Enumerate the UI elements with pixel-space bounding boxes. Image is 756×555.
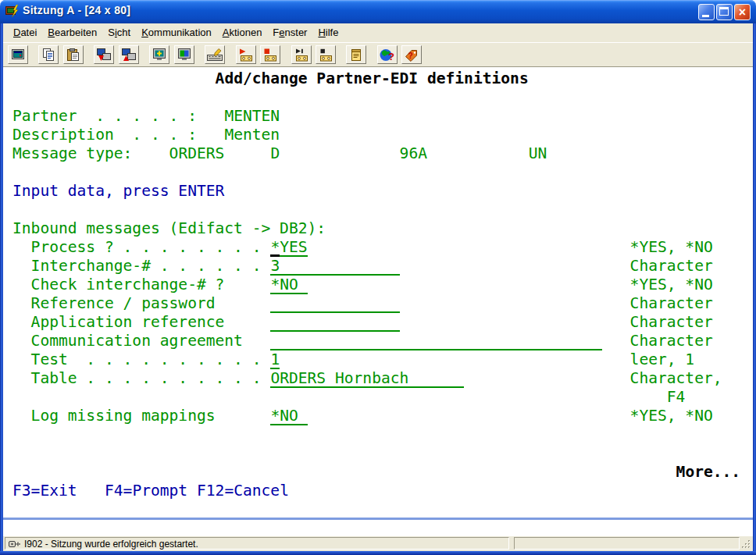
screen-text: Test . . . . . . . . . . — [31, 350, 262, 369]
copy-icon — [41, 48, 56, 62]
oia-area — [3, 520, 753, 536]
screen-text: D — [270, 144, 280, 163]
screen-text: Interchange-# . . . . . . — [31, 257, 262, 276]
menu-aktionen[interactable]: Aktionen — [217, 23, 268, 41]
maximize-icon — [719, 7, 729, 16]
screen-text: Character — [630, 294, 713, 313]
screen-text: Character — [630, 313, 713, 332]
screen-text: ORDERS — [169, 144, 225, 163]
screen-text: Reference / password — [31, 294, 216, 313]
status-bar: I902 - Sitzung wurde erfolgreich gestart… — [3, 536, 753, 551]
screen-text: MENTEN — [224, 107, 280, 126]
record-macro-icon — [238, 48, 254, 62]
toolbar-button-paste[interactable] — [63, 45, 84, 64]
close-icon: × — [735, 5, 750, 20]
session-app-icon — [5, 5, 20, 18]
terminal-screen[interactable]: Add/change Partner-EDI definitionsPartne… — [3, 66, 753, 518]
screen-text: Menten — [224, 126, 280, 144]
screen-text: F12=Cancel — [197, 482, 289, 500]
svg-text:?: ? — [408, 52, 413, 60]
toolbar-button-web-support[interactable]: ? — [377, 45, 398, 64]
close-button[interactable]: × — [734, 4, 751, 20]
screen-text: Table . . . . . . . . . . — [31, 369, 262, 388]
play-macro-icon — [294, 48, 309, 62]
status-message-panel: I902 - Sitzung wurde erfolgreich gestart… — [5, 537, 509, 550]
input-field[interactable] — [270, 313, 399, 332]
title-bar[interactable]: Sitzung A - [24 x 80] × — [0, 0, 756, 23]
toolbar-button-color-mapping[interactable] — [174, 45, 194, 64]
screen-text: More... — [676, 463, 741, 482]
screen-text: Application reference — [31, 313, 225, 332]
screen-text: F4=Prompt — [105, 482, 187, 500]
receive-file-icon — [121, 48, 137, 62]
menu-datei[interactable]: Datei — [8, 23, 42, 41]
window-border-right — [753, 23, 756, 555]
input-field[interactable]: ORDERS_Hornbach — [270, 369, 464, 388]
menu-sicht[interactable]: Sicht — [102, 23, 136, 41]
app-window: Sitzung A - [24 x 80] × DateiBearbeitenS… — [0, 0, 756, 555]
window-title: Sitzung A - [24 x 80] — [23, 4, 130, 16]
notes-icon — [348, 48, 364, 62]
minimize-button[interactable] — [698, 4, 715, 20]
svg-text:?: ? — [388, 51, 394, 62]
toolbar-button-play-macro[interactable] — [291, 45, 312, 64]
screen-text: Character, — [630, 369, 722, 388]
menu-kommunikation[interactable]: Kommunikation — [136, 23, 217, 41]
screen-text: Message type: — [12, 144, 132, 163]
screen-text: F4 — [667, 388, 686, 407]
paste-icon — [66, 48, 81, 62]
stop-macro-icon — [318, 48, 333, 62]
input-field[interactable]: 3 — [270, 257, 399, 276]
toolbar: ? ? — [3, 42, 753, 66]
stop-recording-icon — [262, 48, 278, 62]
toolbar-button-display-setup[interactable] — [149, 45, 169, 64]
status-secondary-panel — [514, 537, 740, 550]
toolbar-button-stop-recording[interactable] — [260, 45, 280, 64]
window-controls: × — [698, 4, 751, 20]
menu-fenster[interactable]: Fenster — [267, 23, 312, 41]
screen-text: Log missing mappings — [31, 407, 216, 425]
screen-text: *YES, *NO — [630, 276, 713, 294]
toolbar-button-help-index[interactable]: ? — [401, 45, 422, 64]
toolbar-button-send-file[interactable] — [94, 45, 114, 64]
screen-text: Input data, press ENTER — [12, 182, 224, 201]
toolbar-button-new-session[interactable] — [8, 45, 28, 64]
maximize-button[interactable] — [716, 4, 733, 20]
input-field[interactable] — [270, 294, 399, 313]
toolbar-button-receive-file[interactable] — [119, 45, 139, 64]
menu-bar: DateiBearbeitenSichtKommunikationAktione… — [3, 23, 753, 42]
input-field[interactable]: *NO — [270, 407, 307, 425]
screen-text: Character — [630, 257, 713, 276]
window-border-bottom — [0, 551, 756, 555]
minimize-icon — [702, 15, 709, 17]
display-setup-icon — [152, 48, 167, 62]
resize-grip[interactable] — [741, 539, 751, 550]
screen-text: Partner . . . . . : — [12, 107, 197, 126]
screen-text: Check interchange-# ? — [31, 276, 225, 294]
screen-text: Add/change Partner-EDI definitions — [216, 69, 529, 88]
send-file-icon — [96, 48, 112, 62]
screen-text: Character — [630, 332, 713, 350]
color-mapping-icon — [177, 48, 192, 62]
screen-text: leer, 1 — [630, 350, 695, 369]
toolbar-button-record-macro[interactable] — [236, 45, 256, 64]
input-field[interactable] — [270, 332, 602, 350]
screen-text: *YES, *NO — [630, 407, 713, 425]
screen-text: UN — [529, 144, 547, 163]
new-session-icon — [10, 48, 26, 62]
menu-bearbeiten[interactable]: Bearbeiten — [42, 23, 102, 41]
screen-text: *YES, *NO — [630, 238, 713, 257]
toolbar-button-keyboard-setup[interactable] — [205, 45, 225, 64]
toolbar-button-notes[interactable] — [346, 45, 366, 64]
screen-text: Description . . . : — [12, 126, 197, 144]
screen-text: Process ? . . . . . . . . — [31, 238, 262, 257]
screen-text: Inbound messages (Edifact -> DB2): — [12, 219, 326, 238]
input-field[interactable]: 1 — [270, 350, 280, 369]
status-message: I902 - Sitzung wurde erfolgreich gestart… — [24, 539, 198, 550]
menu-hilfe[interactable]: Hilfe — [312, 23, 344, 41]
toolbar-button-stop-macro[interactable] — [316, 45, 336, 64]
screen-text: Communication agreement — [31, 332, 243, 350]
connection-status-icon — [8, 539, 20, 549]
input-field[interactable]: *NO — [270, 276, 307, 294]
toolbar-button-copy[interactable] — [38, 45, 59, 64]
